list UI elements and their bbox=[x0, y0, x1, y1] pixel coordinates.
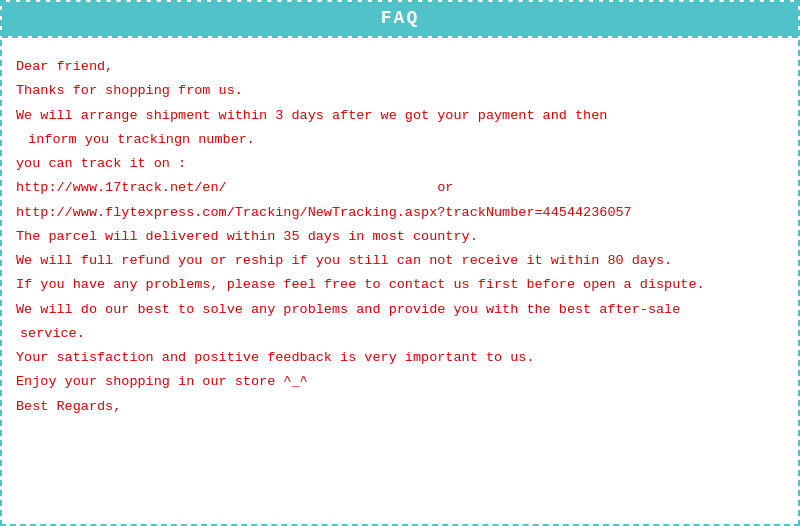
content-area: Dear friend,Thanks for shopping from us.… bbox=[2, 38, 798, 440]
line-url2: http://www.flytexpress.com/Tracking/NewT… bbox=[16, 202, 778, 224]
header-bar: FAQ bbox=[2, 2, 798, 36]
line-problems: If you have any problems, please feel fr… bbox=[16, 274, 778, 296]
line-refund: We will full refund you or reship if you… bbox=[16, 250, 778, 272]
line-satisfaction: Your satisfaction and positive feedback … bbox=[16, 347, 778, 369]
line-url1: http://www.17track.net/en/ or bbox=[16, 177, 778, 199]
line-parcel: The parcel will delivered within 35 days… bbox=[16, 226, 778, 248]
line-arrange: We will arrange shipment within 3 days a… bbox=[16, 105, 778, 127]
line-inform: inform you trackingn number. bbox=[16, 129, 778, 151]
line-thanks: Thanks for shopping from us. bbox=[16, 80, 778, 102]
line-dear: Dear friend, bbox=[16, 56, 778, 78]
line-service: service. bbox=[16, 323, 778, 345]
line-track: you can track it on : bbox=[16, 153, 778, 175]
faq-title: FAQ bbox=[381, 8, 419, 28]
line-best: We will do our best to solve any problem… bbox=[16, 299, 778, 321]
line-enjoy: Enjoy your shopping in our store ^_^ bbox=[16, 371, 778, 393]
line-regards: Best Regards, bbox=[16, 396, 778, 418]
page-wrapper: FAQ Dear friend,Thanks for shopping from… bbox=[0, 0, 800, 526]
